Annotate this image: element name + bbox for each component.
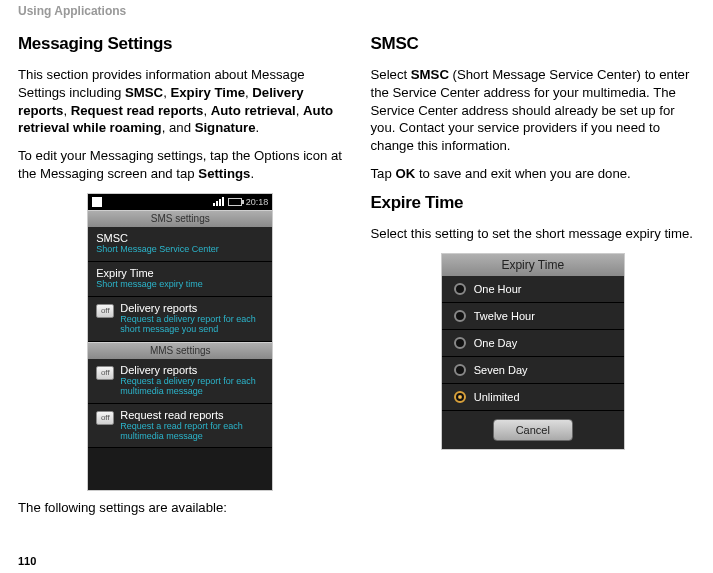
text-run: to save and exit when you are done. [415,166,631,181]
smsc-paragraph: Select SMSC (Short Message Service Cente… [371,66,696,155]
sms-settings-header: SMS settings [88,210,272,227]
row-subtitle: Short message expiry time [96,280,264,290]
row-title: Delivery reports [120,364,264,376]
expiry-dialog-screenshot: Expiry Time One Hour Twelve Hour One Day… [441,253,625,450]
messaging-intro-paragraph: This section provides information about … [18,66,343,137]
expire-time-paragraph: Select this setting to set the short mes… [371,225,696,243]
row-title: Request read reports [120,409,264,421]
row-title: Expiry Time [96,267,264,279]
two-column-layout: Messaging Settings This section provides… [18,26,695,527]
checkbox-icon[interactable]: off [96,366,114,380]
page-header: Using Applications [18,0,695,26]
and: , and [162,120,195,135]
radio-label: Twelve Hour [474,310,535,322]
smsc-heading: SMSC [371,34,696,54]
term-signature: Signature [195,120,256,135]
dialog-title: Expiry Time [442,254,624,276]
radio-icon[interactable] [454,391,466,403]
home-icon [92,197,102,207]
tap-ok-paragraph: Tap OK to save and exit when you are don… [371,165,696,183]
following-settings-paragraph: The following settings are available: [18,499,343,517]
radio-icon[interactable] [454,364,466,376]
checkbox-icon[interactable]: off [96,411,114,425]
setting-row-delivery-reports-mms[interactable]: off Delivery reports Request a delivery … [88,359,272,404]
term-request-read-reports: Request read reports [71,103,204,118]
radio-one-day[interactable]: One Day [442,330,624,357]
messaging-settings-heading: Messaging Settings [18,34,343,54]
smsc-bold: SMSC [411,67,449,82]
text-run: To edit your Messaging settings, tap the… [18,148,342,181]
radio-icon[interactable] [454,283,466,295]
radio-label: One Day [474,337,517,349]
status-bar: 20:18 [88,194,272,210]
page-number: 110 [18,555,36,567]
sep: , [296,103,303,118]
radio-seven-day[interactable]: Seven Day [442,357,624,384]
status-time: 20:18 [246,197,269,207]
term-expiry-time: Expiry Time [170,85,245,100]
radio-icon[interactable] [454,310,466,322]
period: . [250,166,254,181]
setting-row-delivery-reports-sms[interactable]: off Delivery reports Request a delivery … [88,297,272,342]
setting-row-smsc[interactable]: SMSC Short Message Service Center [88,227,272,262]
term-auto-retrieval: Auto retrieval [211,103,296,118]
dialog-button-row: Cancel [442,411,624,449]
text-run: Select [371,67,411,82]
row-title: Delivery reports [120,302,264,314]
text-run: Tap [371,166,396,181]
term-smsc: SMSC [125,85,163,100]
checkbox-icon[interactable]: off [96,304,114,318]
ok-bold: OK [395,166,415,181]
row-subtitle: Request a delivery report for each multi… [120,377,264,397]
row-subtitle: Short Message Service Center [96,245,264,255]
mms-settings-header: MMS settings [88,342,272,359]
row-subtitle: Request a delivery report for each short… [120,315,264,335]
radio-label: Seven Day [474,364,528,376]
radio-icon[interactable] [454,337,466,349]
left-column: Messaging Settings This section provides… [18,26,343,527]
row-title: SMSC [96,232,264,244]
radio-label: One Hour [474,283,522,295]
setting-row-expiry-time[interactable]: Expiry Time Short message expiry time [88,262,272,297]
expire-time-heading: Expire Time [371,193,696,213]
battery-icon [228,198,242,206]
setting-row-request-read-reports[interactable]: off Request read reports Request a read … [88,404,272,449]
radio-label: Unlimited [474,391,520,403]
signal-icon [213,197,224,206]
radio-unlimited[interactable]: Unlimited [442,384,624,411]
settings-phone-screenshot: 20:18 SMS settings SMSC Short Message Se… [87,193,273,491]
sep: , [63,103,70,118]
radio-twelve-hour[interactable]: Twelve Hour [442,303,624,330]
cancel-button[interactable]: Cancel [493,419,573,441]
right-column: SMSC Select SMSC (Short Message Service … [371,26,696,527]
row-subtitle: Request a read report for each multimedi… [120,422,264,442]
settings-bold: Settings [198,166,250,181]
edit-settings-paragraph: To edit your Messaging settings, tap the… [18,147,343,183]
period: . [255,120,259,135]
sep: , [203,103,210,118]
radio-one-hour[interactable]: One Hour [442,276,624,303]
